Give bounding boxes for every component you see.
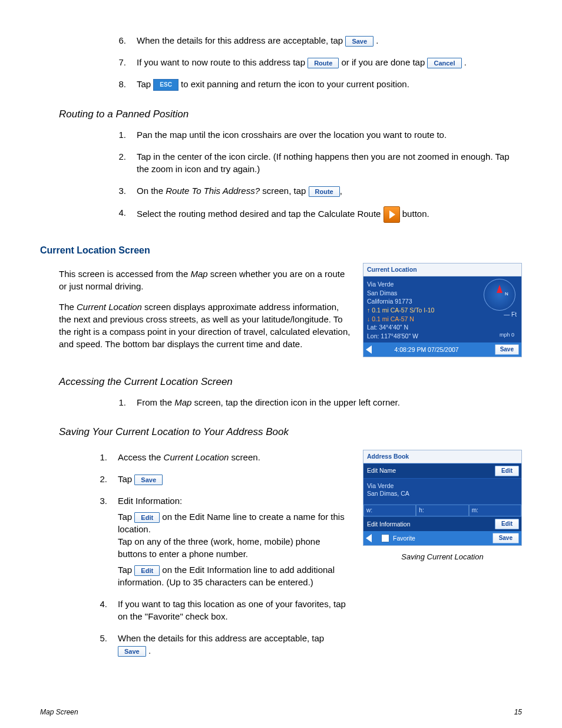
save-button[interactable]: Save: [134, 475, 163, 485]
text: When the details for this address are ac…: [118, 633, 324, 643]
edit-button[interactable]: Edit: [134, 512, 160, 523]
step-body-8: Tap ESC to exit panning and return the i…: [137, 78, 522, 91]
routing-step-4: 4. Select the routing method desired and…: [100, 206, 522, 223]
text: Tap: [137, 79, 153, 89]
back-icon[interactable]: [366, 345, 372, 354]
back-icon[interactable]: [366, 534, 372, 542]
cl-lat: Lat: 34°4'40" N: [367, 323, 518, 332]
save-button[interactable]: Save: [345, 36, 373, 47]
text: When the details for this address are ac…: [137, 35, 345, 45]
step-num-8: 8.: [100, 78, 137, 91]
step-body-6: When the details for this address are ac…: [137, 34, 522, 47]
text: ,: [340, 186, 342, 196]
step-6: 6. When the details for this address are…: [100, 34, 522, 47]
text: button.: [402, 209, 429, 219]
edit-button[interactable]: Edit: [495, 466, 519, 476]
route-button[interactable]: Route: [308, 58, 339, 68]
text: screen.: [229, 452, 260, 462]
step-num-6: 6.: [100, 34, 137, 47]
routing-step-1: 1. Pan the map until the icon crosshairs…: [100, 129, 522, 141]
edit-button[interactable]: Edit: [495, 519, 519, 529]
text: Tap: [118, 512, 134, 522]
saving-step-4: 4. If you want to tag this location as o…: [81, 598, 353, 622]
saving-step-1: 1. Access the Current Location screen.: [81, 451, 353, 463]
compass-icon: [484, 279, 515, 311]
cls-para-2: The Current Location screen displays app…: [59, 301, 353, 350]
access-step-1: 1. From the Map screen, tap the directio…: [100, 396, 522, 409]
calculate-route-icon[interactable]: [384, 206, 400, 223]
saving-step-3: 3. Edit Information: Tap Edit on the Edi…: [81, 495, 353, 588]
heading-current-location-screen: Current Location Screen: [40, 244, 522, 257]
text: Pan the map until the icon crosshairs ar…: [137, 129, 522, 141]
address-book-screenshot: Address Book Edit Name Edit Via Verde Sa…: [363, 450, 522, 546]
phone-work[interactable]: w:: [363, 505, 416, 516]
text: From the: [137, 397, 174, 407]
subhead-saving: Saving Your Current Location to Your Add…: [59, 425, 522, 439]
ab-phone-row: w: h: m:: [363, 504, 521, 516]
text: Tap on any of the three (work, home, mob…: [118, 535, 349, 560]
save-button[interactable]: Save: [492, 533, 519, 543]
saving-step-5: 5. When the details for this address are…: [81, 632, 353, 657]
text: This screen is accessed from the: [59, 269, 190, 279]
subhead-accessing: Accessing the Current Location Screen: [59, 375, 522, 389]
text: screen, tap: [260, 186, 309, 196]
text: .: [376, 35, 378, 45]
ab-addr1: Via Verde: [367, 482, 518, 490]
text: If you want to tag this location as one …: [118, 598, 353, 622]
screen-name: Map: [174, 397, 191, 407]
cl-prev-cross: ↓ 0.1 mi CA-57 N: [367, 315, 518, 324]
esc-button[interactable]: ESC: [153, 79, 178, 91]
ab-footer: Favorite Save: [363, 531, 521, 545]
cl-datetime: 4:08:29 PM 07/25/2007: [394, 345, 458, 354]
phone-mobile[interactable]: m:: [469, 505, 521, 516]
cl-lon: Lon: 117°48'50" W: [367, 332, 518, 341]
ab-edit-name-row: Edit Name Edit: [363, 463, 521, 478]
label: Edit Information: [367, 520, 411, 529]
favorite-label: Favorite: [393, 534, 415, 543]
cl-footer: 4:08:29 PM 07/25/2007 Save: [363, 342, 521, 357]
cls-para-1: This screen is accessed from the Map scr…: [59, 268, 353, 292]
cl-speed: mph 0: [500, 331, 514, 339]
footer-left: Map Screen: [40, 707, 78, 717]
text: On the: [137, 186, 166, 196]
route-button[interactable]: Route: [309, 186, 340, 197]
text: screen, tap the direction icon in the up…: [191, 397, 400, 407]
text: Tap in the center of the icon circle. (I…: [137, 150, 522, 175]
cl-title: Current Location: [363, 263, 521, 276]
edit-button[interactable]: Edit: [134, 565, 160, 576]
step-7: 7. If you want to now route to this addr…: [100, 56, 522, 68]
text: Tap: [118, 565, 134, 575]
text: The: [59, 302, 77, 312]
subhead-routing: Routing to a Panned Position: [59, 107, 522, 121]
phone-home[interactable]: h:: [416, 505, 468, 516]
text: If you want to now route to this address…: [137, 57, 308, 67]
text: or if you are done tap: [342, 57, 428, 67]
saving-step-2: 2. Tap Save: [81, 473, 353, 485]
step-8: 8. Tap ESC to exit panning and return th…: [100, 78, 522, 91]
save-button[interactable]: Save: [495, 344, 519, 355]
page-footer: Map Screen 15: [40, 707, 522, 717]
text: Tap: [118, 474, 134, 484]
step-num-7: 7.: [100, 56, 137, 68]
cancel-button[interactable]: Cancel: [427, 58, 461, 68]
cl-elevation: — Ft: [504, 311, 517, 319]
ab-edit-info-row: Edit Information Edit: [363, 516, 521, 531]
ab-title: Address Book: [363, 450, 521, 463]
label: Edit Name: [367, 466, 396, 475]
text: Select the routing method desired and ta…: [137, 209, 384, 219]
ab-addr2: San Dimas, CA: [367, 490, 518, 498]
screen-name: Route To This Address?: [166, 186, 260, 196]
ab-caption: Saving Current Location: [363, 552, 522, 562]
text: Edit Information:: [118, 495, 349, 507]
screen-name: Current Location: [77, 302, 142, 312]
step-body-7: If you want to now route to this address…: [137, 56, 522, 68]
current-location-screenshot: Current Location Via Verde San Dimas Cal…: [363, 263, 522, 357]
routing-step-2: 2. Tap in the center of the icon circle.…: [100, 150, 522, 175]
text: .: [148, 645, 151, 655]
save-button[interactable]: Save: [118, 646, 146, 657]
favorite-checkbox[interactable]: [381, 534, 389, 542]
routing-step-3: 3. On the Route To This Address? screen,…: [100, 185, 522, 197]
text: .: [464, 57, 467, 67]
screen-name: Current Location: [164, 452, 229, 462]
screen-name: Map: [190, 269, 207, 279]
